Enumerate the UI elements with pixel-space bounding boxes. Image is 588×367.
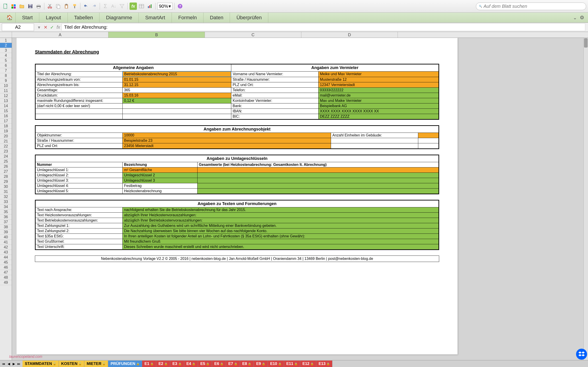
- row-header[interactable]: 5: [0, 58, 12, 63]
- row-header[interactable]: 46: [0, 265, 12, 270]
- cell-value[interactable]: 0,12 €: [123, 98, 231, 103]
- cell-label[interactable]: Titel der Abrechnung:: [35, 71, 123, 77]
- sheet-tab[interactable]: E9🔒: [254, 361, 268, 367]
- cell-value[interactable]: [197, 178, 439, 183]
- row-header[interactable]: 27: [0, 169, 12, 174]
- row-header[interactable]: 30: [0, 184, 12, 189]
- tab-next-icon[interactable]: ▶: [11, 361, 16, 366]
- ribbon-collapse-icon[interactable]: ⌄: [573, 15, 577, 20]
- paste-icon[interactable]: [63, 2, 70, 10]
- cell-label[interactable]: Umlageschlüssel 2:: [35, 173, 123, 178]
- cell-value[interactable]: m² Gesamtfläche: [123, 167, 198, 173]
- cell-value[interactable]: [418, 143, 439, 149]
- row-header[interactable]: 18: [0, 124, 12, 129]
- cell-label[interactable]: [331, 138, 418, 143]
- row-header[interactable]: 43: [0, 250, 12, 255]
- sheet-tab[interactable]: E3🔒: [170, 361, 184, 367]
- ribbon-tab-start[interactable]: Start: [16, 12, 39, 23]
- sheet-tab[interactable]: PRÜFUNGEN🔒: [108, 361, 142, 367]
- sheet-tab[interactable]: E8🔒: [240, 361, 254, 367]
- print-icon[interactable]: [35, 2, 42, 10]
- row-header[interactable]: 9: [0, 78, 12, 83]
- tab-prev-icon[interactable]: ◀: [6, 361, 11, 366]
- row-header[interactable]: 33: [0, 199, 12, 204]
- row-header[interactable]: 49: [0, 280, 12, 285]
- gear-icon[interactable]: ⚙: [580, 15, 584, 21]
- cell-label[interactable]: [331, 143, 418, 149]
- cell-value[interactable]: 03333/222222: [318, 88, 439, 93]
- row-header[interactable]: 3: [0, 48, 12, 53]
- autosum-icon[interactable]: Σ: [102, 2, 109, 10]
- vertical-scrollbar[interactable]: [583, 38, 588, 360]
- row-header[interactable]: 16: [0, 114, 12, 119]
- row-header[interactable]: 35: [0, 209, 12, 215]
- cell-value[interactable]: Betriebskostenabrechnung 2015: [123, 71, 231, 77]
- row-header[interactable]: 48: [0, 275, 12, 280]
- cell-value[interactable]: [197, 167, 439, 173]
- cell-label[interactable]: eMail:: [231, 93, 318, 98]
- tab-last-icon[interactable]: ⏭: [17, 361, 21, 366]
- cell-label[interactable]: [35, 114, 123, 119]
- row-header[interactable]: 38: [0, 225, 12, 230]
- row-header[interactable]: 13: [0, 98, 12, 103]
- fx-icon[interactable]: fx: [130, 2, 137, 10]
- ribbon-tab-formeln[interactable]: Formeln: [172, 12, 204, 23]
- cell-label[interactable]: (darf nicht 0,00 € oder leer sein!): [35, 103, 123, 109]
- cell-label[interactable]: Druckdatum:: [35, 93, 123, 98]
- new-file-icon[interactable]: [2, 2, 9, 10]
- cut-icon[interactable]: [46, 2, 53, 10]
- row-header[interactable]: 39: [0, 230, 12, 235]
- cell-label[interactable]: Straße / Hausnummer:: [35, 138, 123, 143]
- ribbon-tab-smartart[interactable]: SmartArt: [139, 12, 172, 23]
- cell-label[interactable]: Bank:: [231, 103, 318, 109]
- sheet-tab[interactable]: E12🔒: [300, 361, 316, 367]
- open-icon[interactable]: [18, 2, 26, 10]
- col-header-a[interactable]: A: [12, 32, 108, 38]
- cell-value[interactable]: [197, 189, 439, 194]
- row-header[interactable]: 47: [0, 270, 12, 275]
- cell-value[interactable]: abzüglich Ihrer Betriebskostenvorauszahl…: [123, 218, 439, 223]
- cell-value[interactable]: DEZZ ZZZZ ZZZZ: [318, 114, 439, 119]
- cell-label[interactable]: PLZ und Ort:: [231, 82, 318, 88]
- cell-value[interactable]: [418, 138, 439, 143]
- cell-value[interactable]: Max und Maike Vermieter: [318, 98, 439, 103]
- cell-value[interactable]: Dieses Schreiben wurde maschinell erstel…: [123, 244, 439, 250]
- row-header[interactable]: 24: [0, 154, 12, 159]
- cell-label[interactable]: Umlageschlüssel 4:: [35, 183, 123, 189]
- row-header[interactable]: 37: [0, 219, 12, 225]
- sheet-tab[interactable]: E10🔒: [268, 361, 284, 367]
- cell-label[interactable]: Text Zahlungsziel 2:: [35, 228, 123, 234]
- col-header-b[interactable]: B: [108, 32, 205, 38]
- row-header[interactable]: 12: [0, 93, 12, 98]
- cell-value[interactable]: [123, 114, 231, 119]
- sheet-tab[interactable]: E4🔒: [184, 361, 198, 367]
- cell-label[interactable]: Kontoinhaber Vermieter:: [231, 98, 318, 103]
- row-header[interactable]: 19: [0, 129, 12, 134]
- ribbon-tab-layout[interactable]: Layout: [39, 12, 68, 23]
- sheet-tab[interactable]: E2🔒: [156, 361, 170, 367]
- cell-label[interactable]: [35, 109, 123, 114]
- row-header[interactable]: 22: [0, 144, 12, 149]
- cell-label[interactable]: maximale Rundungsdifferenz insgesamt:: [35, 98, 123, 103]
- row-header[interactable]: 45: [0, 260, 12, 265]
- row-header[interactable]: 15: [0, 108, 12, 114]
- row-header[interactable]: 23: [0, 149, 12, 154]
- cell-value[interactable]: Festbetrag: [123, 183, 198, 189]
- sheet-tab[interactable]: KOSTEN🔒: [59, 361, 84, 367]
- cell-value[interactable]: [123, 109, 231, 114]
- help-icon[interactable]: ?: [176, 2, 184, 10]
- cell-value[interactable]: Die Nachzahlung überweisen Sie bitte bin…: [123, 228, 439, 234]
- sheet-tab[interactable]: E6🔒: [212, 361, 226, 367]
- cell-value[interactable]: 15.03.16: [123, 93, 231, 98]
- sheet-tab[interactable]: E7🔒: [226, 361, 240, 367]
- cell-label[interactable]: Text Betriebskostenvorauszahlungen:: [35, 218, 123, 223]
- sheet-tab[interactable]: E13🔒: [316, 361, 332, 367]
- cell-label[interactable]: Text Heizkostenvorauszahlungen:: [35, 213, 123, 218]
- cell-value[interactable]: In Ihren anteiligen Kosten ist folgender…: [123, 234, 439, 239]
- row-header[interactable]: 11: [0, 88, 12, 93]
- filter-icon[interactable]: [118, 2, 126, 10]
- col-header-d[interactable]: D: [301, 32, 398, 38]
- row-header[interactable]: 1: [0, 38, 12, 43]
- sheet-tab[interactable]: E5🔒: [198, 361, 212, 367]
- cell-label[interactable]: Objektnummer:: [35, 133, 123, 138]
